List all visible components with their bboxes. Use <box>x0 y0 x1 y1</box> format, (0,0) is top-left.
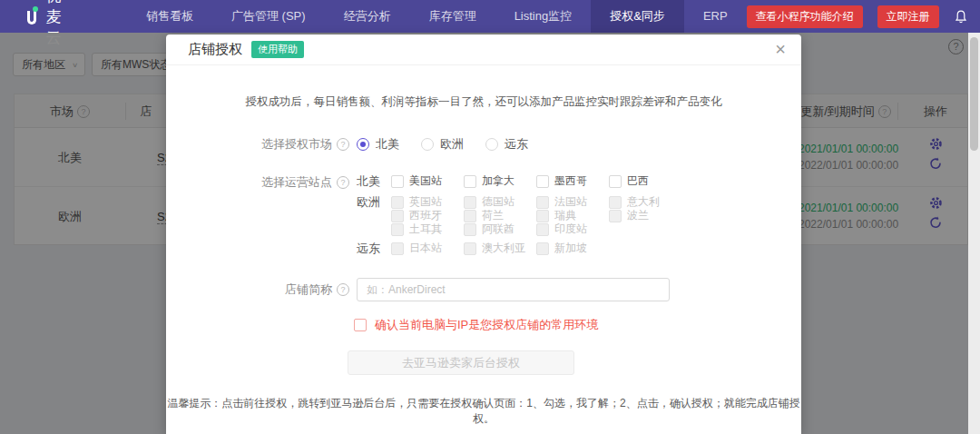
site-checkbox-us[interactable]: 美国站 <box>391 173 464 189</box>
modal-hint-text: 温馨提示：点击前往授权，跳转到亚马逊后台后，只需要在授权确认页面：1、勾选，我了… <box>166 396 801 427</box>
nav-item-inventory[interactable]: 库存管理 <box>410 0 495 33</box>
modal-header: 店铺授权 使用帮助 × <box>166 35 801 65</box>
miniprogram-intro-button[interactable]: 查看小程序功能介绍 <box>747 5 863 28</box>
checkbox-icon <box>391 175 404 188</box>
radio-selected-icon <box>357 138 369 151</box>
site-checkbox-uae: 阿联酋 <box>464 222 536 237</box>
market-select-row: 选择授权市场 ? 北美 欧洲 远东 <box>166 136 528 153</box>
site-checkbox-australia: 澳大利亚 <box>464 241 536 256</box>
modal-title: 店铺授权 <box>188 41 242 58</box>
nav-item-auth-sync[interactable]: 授权&同步 <box>591 0 684 33</box>
store-name-input[interactable] <box>357 278 670 301</box>
market-radio-north-america[interactable]: 北美 <box>357 136 399 153</box>
checkbox-icon <box>391 210 404 222</box>
sites-group-europe: 欧洲 英国站 德国站 法国站 意大利 <box>357 195 681 209</box>
site-checkbox-mexico[interactable]: 墨西哥 <box>536 173 609 189</box>
sites-group-north-america: 北美 美国站 加拿大 墨西哥 巴西 <box>357 174 681 188</box>
checkbox-icon <box>391 242 404 255</box>
page-scrollbar[interactable] <box>968 33 980 434</box>
group-label-fe: 远东 <box>357 241 384 257</box>
site-checkbox-japan: 日本站 <box>391 241 464 256</box>
register-button[interactable]: 立即注册 <box>877 5 939 28</box>
site-checkbox-turkey: 土耳其 <box>391 222 464 237</box>
store-name-row: 店铺简称 ? <box>166 278 670 301</box>
group-label-na: 北美 <box>357 173 384 190</box>
checkbox-icon <box>609 196 622 209</box>
checkbox-icon <box>354 319 367 331</box>
checkbox-icon <box>391 223 404 236</box>
bell-icon[interactable] <box>954 9 968 25</box>
nav-item-sales-board[interactable]: 销售看板 <box>127 0 212 33</box>
checkbox-icon <box>464 210 476 222</box>
sites-group-europe-row3: 土耳其 阿联酋 印度站 <box>357 222 609 236</box>
help-badge[interactable]: 使用帮助 <box>251 41 304 58</box>
checkbox-icon <box>464 242 476 255</box>
sites-group-europe-row2: 西班牙 荷兰 瑞典 波兰 <box>357 209 681 222</box>
help-icon[interactable]: ? <box>337 283 349 296</box>
help-icon[interactable]: ? <box>337 138 349 151</box>
site-checkbox-poland: 波兰 <box>609 208 681 223</box>
site-checkbox-india: 印度站 <box>536 222 609 237</box>
sites-select-label: 选择运营站点 ? <box>166 174 349 191</box>
checkbox-icon <box>536 242 549 255</box>
checkbox-icon <box>536 223 549 236</box>
nav-item-business-analysis[interactable]: 经营分析 <box>325 0 410 33</box>
confirm-environment-checkbox[interactable]: 确认当前电脑与IP是您授权店铺的常用环境 <box>354 317 598 333</box>
nav-item-ad-management[interactable]: 广告管理 (SP) <box>212 0 325 33</box>
logo-green-dot <box>33 6 38 12</box>
nav-item-listing-monitor[interactable]: Listing监控 <box>495 0 592 33</box>
market-select-label: 选择授权市场 ? <box>166 136 349 153</box>
store-name-label: 店铺简称 ? <box>166 281 349 298</box>
scrollbar-thumb[interactable] <box>970 37 978 151</box>
modal-description: 授权成功后，每日销售额、利润等指标一目了然，还可以添加产品监控实时跟踪差评和产品… <box>166 94 801 110</box>
checkbox-icon <box>464 223 476 236</box>
nav-menu: 销售看板 广告管理 (SP) 经营分析 库存管理 Listing监控 授权&同步… <box>127 0 747 33</box>
checkbox-icon <box>464 196 476 209</box>
site-checkbox-brazil[interactable]: 巴西 <box>609 173 681 189</box>
checkbox-icon <box>536 196 549 209</box>
logo-u-icon <box>27 11 36 25</box>
nav-item-erp[interactable]: ERP <box>684 0 747 33</box>
go-amazon-authorize-button[interactable]: 去亚马逊卖家后台授权 <box>348 350 574 375</box>
radio-icon <box>421 138 434 151</box>
site-checkbox-singapore: 新加坡 <box>536 241 609 256</box>
checkbox-icon <box>391 196 404 209</box>
group-label-eu: 欧洲 <box>357 194 384 211</box>
radio-icon <box>485 138 498 151</box>
checkbox-icon <box>609 175 622 188</box>
close-icon[interactable]: × <box>771 39 789 59</box>
help-icon[interactable]: ? <box>337 176 349 189</box>
site-checkbox-canada[interactable]: 加拿大 <box>464 173 536 189</box>
checkbox-icon <box>609 210 622 222</box>
checkbox-icon <box>464 175 476 188</box>
top-nav: 优麦云 销售看板 广告管理 (SP) 经营分析 库存管理 Listing监控 授… <box>0 0 980 33</box>
store-auth-modal: 店铺授权 使用帮助 × 授权成功后，每日销售额、利润等指标一目了然，还可以添加产… <box>166 35 801 434</box>
market-radio-europe[interactable]: 欧洲 <box>421 136 464 153</box>
checkbox-icon <box>536 210 549 222</box>
confirm-environment-text: 确认当前电脑与IP是您授权店铺的常用环境 <box>375 317 598 333</box>
checkbox-icon <box>536 175 549 188</box>
market-radio-far-east[interactable]: 远东 <box>485 136 528 153</box>
sites-group-far-east: 远东 日本站 澳大利亚 新加坡 <box>357 242 609 255</box>
